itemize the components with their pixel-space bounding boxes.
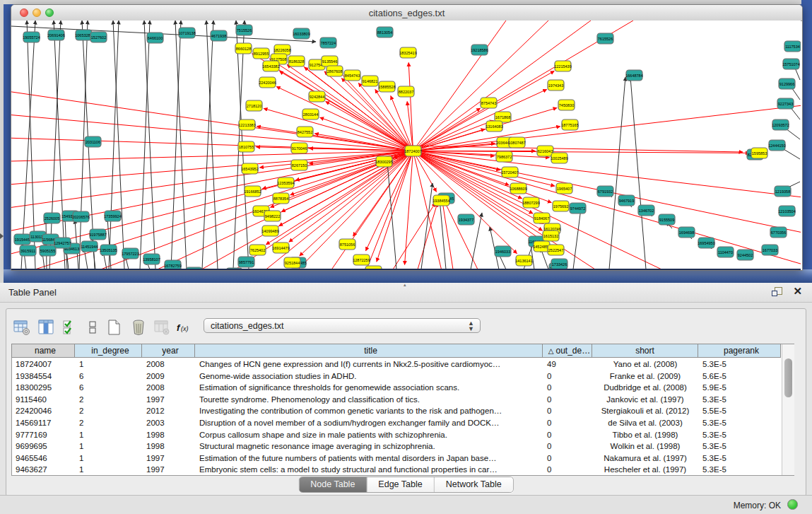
splitter-handle[interactable]: ▴ — [404, 283, 409, 286]
table-cell: Wolkin et al. (1998) — [592, 440, 698, 452]
table-cell: Franke et al. (2009) — [592, 370, 698, 382]
svg-text:7615526: 7615526 — [598, 37, 613, 41]
svg-text:19055724: 19055724 — [23, 35, 40, 40]
new-column-icon[interactable] — [105, 318, 123, 337]
table-cell: Structural magnetic resonance image aver… — [195, 440, 543, 452]
network-canvas[interactable]: 1905572420691406106532871527602646610010… — [11, 21, 801, 269]
table-scrollbar[interactable] — [782, 344, 794, 475]
svg-text:10653287: 10653287 — [75, 33, 92, 37]
table-cell: 0 — [543, 452, 592, 465]
svg-text:9184067: 9184067 — [534, 216, 549, 221]
svg-text:20206576: 20206576 — [72, 215, 89, 219]
svg-text:12942757: 12942757 — [54, 241, 71, 245]
table-row[interactable]: 2242004622012Investigating the contribut… — [11, 405, 781, 417]
table-row[interactable]: 1456911722003Disruption of a novel membe… — [11, 417, 781, 429]
scrollbar-thumb[interactable] — [784, 358, 792, 397]
svg-text:7515526: 7515526 — [237, 28, 252, 33]
svg-text:19166852: 19166852 — [244, 189, 261, 194]
table-row[interactable]: 946362711997Embryonic stem cells: a mode… — [11, 464, 781, 476]
network-canvas-wrap: 1905572420691406106532871527602646610010… — [11, 21, 801, 270]
column-header-year[interactable]: year — [142, 344, 195, 358]
svg-text:7857224: 7857224 — [321, 41, 336, 45]
table-cell: 5.3E-5 — [698, 429, 781, 441]
tab-network-table[interactable]: Network Table — [435, 477, 513, 492]
column-header-title[interactable]: title — [195, 344, 543, 358]
svg-text:2522547: 2522547 — [548, 248, 563, 252]
column-header-short[interactable]: short — [592, 344, 698, 358]
table-row[interactable]: 1872400712008Changes of HCN gene express… — [11, 358, 781, 370]
svg-text:8427552: 8427552 — [298, 130, 312, 134]
select-all-icon[interactable] — [61, 318, 79, 337]
column-header-name[interactable]: name — [11, 344, 75, 358]
table-mode-icon[interactable] — [83, 318, 102, 337]
memory-status-indicator[interactable] — [787, 499, 798, 510]
table-cell: 2 — [75, 405, 142, 417]
table-cell: 18724007 — [11, 358, 75, 370]
table-row[interactable]: 969969511998Structural magnetic resonanc… — [11, 440, 781, 452]
svg-text:18226058: 18226058 — [273, 48, 290, 52]
table-settings-icon[interactable] — [13, 318, 31, 337]
table-cell: 2009 — [142, 370, 195, 382]
svg-text:18724007: 18724007 — [404, 149, 421, 153]
delete-column-icon — [153, 318, 171, 337]
table-cell: Tourette syndrome. Phenomenology and cla… — [195, 394, 543, 406]
table-cell: 1998 — [142, 429, 195, 441]
table-type-tabs: Node TableEdge TableNetwork Table — [298, 477, 513, 493]
svg-text:8751056: 8751056 — [340, 243, 355, 247]
svg-text:2803144: 2803144 — [303, 112, 318, 117]
column-header-out-degree[interactable]: △out_de… — [543, 344, 592, 358]
table-cell: de Silva et al. (2003) — [592, 417, 698, 429]
table-cell: 9777169 — [11, 429, 75, 441]
table-cell: 1 — [75, 452, 142, 465]
table-row[interactable]: 911546021997Tourette syndrome. Phenomeno… — [11, 394, 781, 406]
table-cell: 5.6E-5 — [698, 370, 781, 382]
table-cell: 1997 — [142, 452, 195, 465]
svg-text:17359924: 17359924 — [104, 214, 121, 218]
table-selector[interactable]: citations_edges.txt ▲▼ — [204, 318, 481, 333]
svg-text:7625402: 7625402 — [250, 248, 265, 252]
svg-text:13505135: 13505135 — [100, 248, 117, 252]
tab-node-table[interactable]: Node Table — [299, 477, 367, 492]
table-cell: 22420046 — [11, 405, 75, 417]
column-header-pagerank[interactable]: pagerank — [698, 344, 781, 358]
svg-text:2867608: 2867608 — [327, 69, 342, 74]
svg-text:8454743: 8454743 — [345, 74, 360, 78]
svg-text:1677033: 1677033 — [763, 248, 777, 252]
table-cell: Estimation of the future numbers of pati… — [195, 452, 543, 465]
svg-text:12093572: 12093572 — [772, 123, 789, 127]
table-cell: Estimation of significance thresholds fo… — [195, 382, 543, 394]
table-row[interactable]: 1938455462009Genome-wide association stu… — [11, 370, 781, 382]
function-builder-icon[interactable]: f (x) — [175, 318, 194, 337]
tab-edge-table[interactable]: Edge Table — [367, 477, 434, 492]
svg-text:1974343: 1974343 — [548, 83, 563, 88]
table-cell: Embryonic stem cells: a model to study s… — [195, 464, 543, 476]
delete-table-icon[interactable] — [129, 318, 148, 337]
table-cell: 5.3E-5 — [698, 464, 781, 476]
table-cell: 9115460 — [11, 394, 75, 406]
table-cell: 1 — [75, 464, 142, 476]
table-cell: 9699695 — [11, 440, 75, 452]
table-row[interactable]: 977716911998Corpus callosum shape and si… — [11, 429, 781, 441]
show-columns-icon[interactable] — [37, 318, 55, 337]
table-cell: 18300295 — [11, 382, 75, 394]
float-window-icon[interactable] — [772, 287, 782, 297]
svg-text:8813054: 8813054 — [377, 30, 392, 35]
table-row[interactable]: 1830029562008Estimation of significance … — [11, 382, 781, 394]
table-cell: Changes of HCN gene expression and I(f) … — [195, 358, 543, 370]
svg-text:17957223: 17957223 — [122, 252, 139, 256]
table-cell: 5.3E-5 — [698, 358, 781, 370]
svg-text:1965407: 1965407 — [557, 187, 572, 191]
table-row[interactable]: 946554611997Estimation of the future num… — [11, 452, 781, 465]
svg-text:10807487: 10807487 — [508, 141, 525, 145]
close-panel-icon[interactable]: ✕ — [793, 285, 802, 298]
svg-text:4671938: 4671938 — [211, 34, 226, 38]
svg-text:16914479: 16914479 — [272, 246, 289, 250]
svg-text:18775165: 18775165 — [561, 123, 578, 127]
table-cell: 2008 — [142, 358, 195, 370]
network-window-titlebar[interactable]: citations_edges.txt — [11, 5, 802, 21]
column-header-in-degree[interactable]: in_degree — [75, 344, 142, 358]
table-cell: 5.3E-5 — [698, 394, 781, 406]
table-cell: Jankovic et al. (1997) — [592, 394, 698, 406]
table-cell: 0 — [543, 405, 592, 417]
table-cell: Hescheler et al. (1997) — [592, 464, 698, 476]
